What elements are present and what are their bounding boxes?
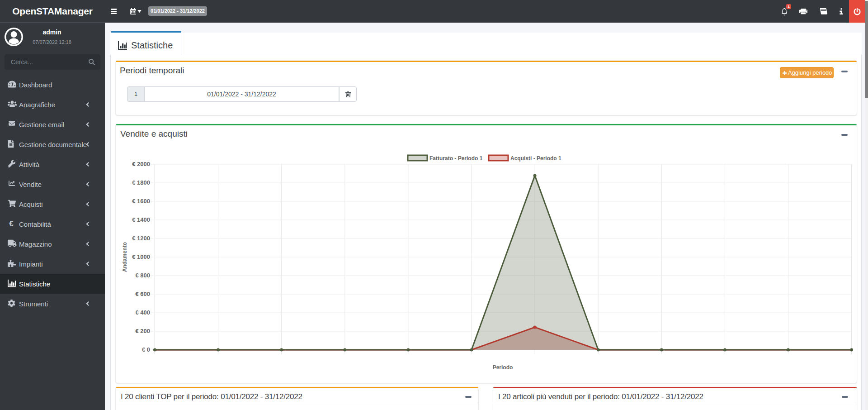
svg-text:€ 200: € 200 bbox=[135, 328, 150, 334]
svg-text:€ 1400: € 1400 bbox=[132, 216, 150, 223]
svg-text:Andamento: Andamento bbox=[122, 242, 128, 272]
svg-text:€ 2000: € 2000 bbox=[132, 161, 150, 167]
svg-text:€ 1000: € 1000 bbox=[132, 253, 150, 260]
svg-text:Periodo: Periodo bbox=[493, 364, 513, 371]
svg-text:€ 1800: € 1800 bbox=[132, 179, 150, 186]
svg-text:€ 400: € 400 bbox=[135, 309, 150, 316]
svg-text:Acquisti - Periodo 1: Acquisti - Periodo 1 bbox=[510, 155, 561, 162]
svg-text:€ 800: € 800 bbox=[135, 272, 150, 279]
svg-text:€ 1600: € 1600 bbox=[132, 198, 150, 205]
svg-text:€ 0: € 0 bbox=[142, 346, 150, 353]
svg-text:€ 1200: € 1200 bbox=[132, 235, 150, 242]
svg-text:€ 600: € 600 bbox=[135, 291, 150, 297]
svg-text:Fatturato - Periodo 1: Fatturato - Periodo 1 bbox=[429, 155, 483, 162]
